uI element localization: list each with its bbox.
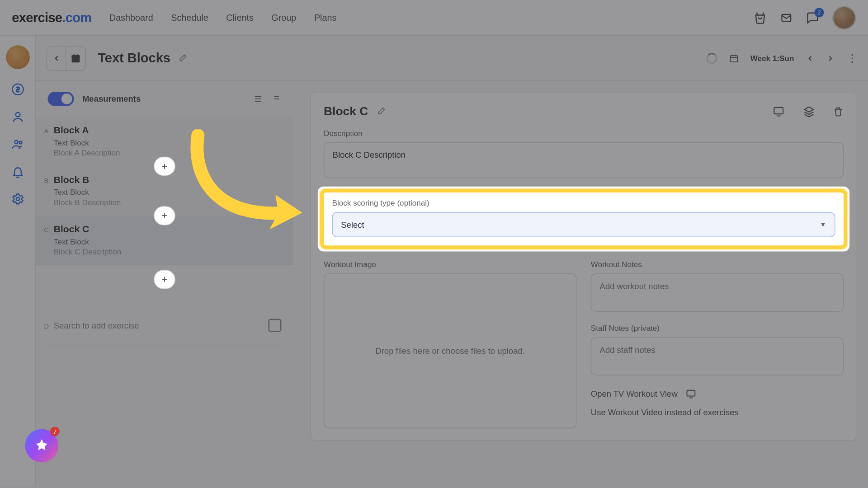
video-row[interactable]: Use Workout Video instead of exercises	[591, 408, 844, 417]
scoring-label: Block scoring type (optional)	[332, 198, 835, 207]
edit-title-icon[interactable]	[178, 53, 187, 63]
block-letter: A	[44, 127, 49, 135]
list-view-icon[interactable]	[253, 94, 264, 103]
layers-icon[interactable]	[803, 105, 815, 117]
add-block-after-b[interactable]: +	[154, 206, 175, 225]
client-avatar[interactable]	[6, 45, 30, 69]
svg-rect-12	[687, 390, 695, 396]
topbar-actions: 2	[754, 6, 856, 30]
block-desc: Block A Description	[54, 148, 282, 157]
measurements-toggle[interactable]	[47, 92, 74, 106]
prev-week-button[interactable]	[806, 54, 814, 62]
tv-small-icon	[685, 389, 697, 399]
staff-notes-input[interactable]	[591, 337, 844, 375]
svg-point-2	[15, 113, 20, 117]
page-header-right: Week 1:Sun ⋮	[706, 52, 857, 65]
nav-dashboard[interactable]: Dashboard	[109, 13, 153, 23]
scoring-select-value: Select	[341, 220, 364, 230]
edit-block-title-icon[interactable]	[377, 106, 386, 116]
add-block-after-c[interactable]: +	[154, 270, 175, 289]
block-type: Text Block	[54, 188, 282, 197]
trash-icon[interactable]	[833, 105, 844, 117]
chat-icon[interactable]: 2	[806, 11, 819, 24]
block-desc: Block C Description	[54, 247, 282, 256]
block-letter: C	[44, 226, 49, 234]
exercise-search-placeholder: Search to add exercise	[54, 320, 139, 330]
scoring-select[interactable]: Select ▼	[332, 212, 835, 237]
exercise-checkbox-icon[interactable]	[268, 319, 281, 332]
block-detail: Block C	[293, 81, 868, 486]
gear-icon[interactable]	[10, 192, 25, 206]
svg-point-4	[19, 141, 22, 144]
measurements-row: Measurements	[36, 92, 293, 106]
shopping-bag-icon[interactable]	[754, 11, 767, 24]
person-icon[interactable]	[10, 110, 25, 124]
support-widget[interactable]: 7	[25, 429, 58, 462]
dropzone-text: Drop files here or choose files to uploa…	[375, 346, 524, 356]
topbar: exercise.com Dashboard Schedule Clients …	[0, 0, 868, 36]
block-type: Text Block	[54, 237, 282, 246]
main-nav: Dashboard Schedule Clients Group Plans	[109, 13, 336, 23]
divider	[47, 344, 281, 344]
block-letter: B	[44, 177, 49, 184]
tv-icon[interactable]	[772, 105, 785, 117]
mail-icon[interactable]	[780, 11, 793, 24]
people-icon[interactable]	[10, 137, 25, 151]
support-badge: 7	[50, 427, 60, 436]
left-rail	[0, 36, 36, 486]
block-name: Block C	[54, 224, 282, 235]
page-title: Text Blocks	[98, 50, 170, 66]
block-card: Block C	[310, 92, 858, 441]
chat-badge: 2	[814, 7, 824, 17]
logo-text-1: exercise	[12, 10, 62, 25]
week-label[interactable]: Week 1:Sun	[750, 54, 794, 63]
next-week-button[interactable]	[826, 54, 835, 62]
calendar-icon[interactable]	[66, 46, 85, 70]
more-menu-icon[interactable]: ⋮	[847, 52, 858, 65]
back-calendar-group	[47, 46, 86, 70]
bell-icon[interactable]	[10, 164, 25, 179]
staff-notes-label: Staff Notes (private)	[591, 324, 844, 333]
tv-view-row[interactable]: Open TV Workout View	[591, 389, 844, 399]
card-title: Block C	[324, 104, 368, 118]
exercise-search-row[interactable]: D Search to add exercise	[36, 313, 293, 338]
nav-plans[interactable]: Plans	[314, 13, 336, 23]
description-input[interactable]: Block C Description	[324, 142, 844, 178]
blocks-sidebar: Measurements A B	[36, 81, 293, 486]
workout-notes-label: Workout Notes	[591, 260, 844, 269]
svg-rect-11	[774, 107, 783, 113]
scoring-section: Block scoring type (optional) Select ▼	[320, 189, 847, 249]
image-dropzone[interactable]: Drop files here or choose files to uploa…	[324, 273, 576, 428]
user-avatar[interactable]	[832, 6, 856, 30]
block-name: Block A	[54, 125, 282, 136]
block-list: A Block A Text Block Block A Description…	[36, 117, 293, 289]
nav-clients[interactable]: Clients	[226, 13, 253, 23]
card-header: Block C	[324, 104, 844, 118]
block-desc: Block B Description	[54, 198, 282, 207]
nav-group[interactable]: Group	[271, 13, 296, 23]
tv-view-label: Open TV Workout View	[591, 389, 678, 399]
nav-schedule[interactable]: Schedule	[171, 13, 208, 23]
workout-notes-input[interactable]	[591, 273, 844, 311]
svg-rect-10	[730, 55, 737, 61]
add-block-after-a[interactable]: +	[154, 157, 175, 176]
exercise-letter: D	[44, 322, 49, 329]
logo-text-2: .com	[62, 10, 91, 25]
dollar-icon[interactable]	[10, 82, 25, 97]
svg-rect-8	[74, 54, 75, 56]
description-label: Description	[324, 129, 844, 138]
svg-rect-7	[72, 55, 80, 57]
back-button[interactable]	[47, 46, 66, 70]
compact-view-icon[interactable]	[272, 94, 281, 103]
block-type: Text Block	[54, 138, 282, 147]
calendar-small-icon[interactable]	[729, 53, 738, 63]
video-label: Use Workout Video instead of exercises	[591, 408, 739, 417]
loading-spinner-icon	[706, 53, 717, 64]
workout-image-label: Workout Image	[324, 260, 576, 269]
logo: exercise.com	[12, 10, 91, 25]
page-header: Text Blocks Week 1:Sun ⋮	[36, 36, 868, 81]
svg-point-3	[14, 141, 18, 144]
block-name: Block B	[54, 174, 282, 185]
measurements-label: Measurements	[82, 94, 141, 103]
svg-point-5	[16, 197, 19, 201]
